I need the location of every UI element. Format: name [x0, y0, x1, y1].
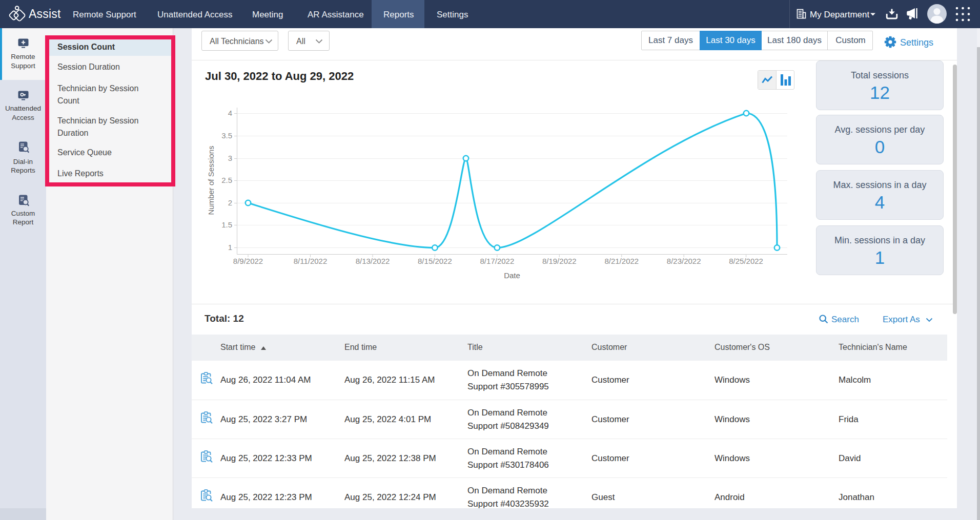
svg-text:8/13/2022: 8/13/2022 [356, 257, 390, 265]
svg-text:1: 1 [228, 243, 232, 252]
svg-text:8/21/2022: 8/21/2022 [604, 257, 639, 265]
svg-text:Number of Sessions: Number of Sessions [207, 145, 215, 215]
svg-text:8/23/2022: 8/23/2022 [667, 257, 701, 265]
svg-text:8/19/2022: 8/19/2022 [542, 257, 577, 265]
svg-text:Date: Date [504, 271, 520, 280]
svg-text:2.5: 2.5 [221, 176, 232, 184]
svg-text:4: 4 [228, 109, 232, 117]
svg-text:1.5: 1.5 [221, 220, 232, 229]
svg-text:8/15/2022: 8/15/2022 [418, 257, 452, 265]
svg-text:8/25/2022: 8/25/2022 [729, 257, 763, 265]
svg-text:2: 2 [228, 198, 232, 207]
svg-text:8/17/2022: 8/17/2022 [480, 257, 515, 265]
svg-text:3: 3 [228, 154, 232, 162]
svg-text:8/9/2022: 8/9/2022 [233, 257, 263, 265]
svg-text:8/11/2022: 8/11/2022 [294, 257, 328, 265]
svg-text:3.5: 3.5 [221, 131, 232, 140]
